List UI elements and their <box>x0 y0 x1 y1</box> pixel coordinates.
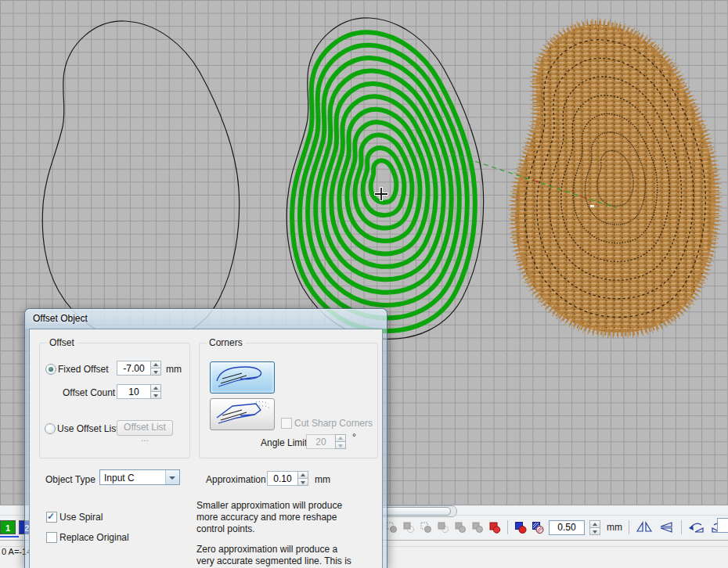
fixed-offset-radio[interactable] <box>45 364 56 375</box>
palette-swatch-1[interactable]: 1 <box>0 520 16 534</box>
remove-overlaps-icon[interactable] <box>488 521 501 534</box>
approximation-unit: mm <box>315 474 330 485</box>
toolbar-separator <box>681 520 682 534</box>
chevron-down-icon[interactable] <box>165 470 179 484</box>
offset-group: Offset <box>39 343 190 458</box>
shape-op-c-icon[interactable] <box>420 521 432 534</box>
angle-limit-label: Angle Limit <box>261 437 307 448</box>
rotate-left-icon[interactable] <box>688 521 705 534</box>
dialog-title[interactable]: Offset Object <box>25 309 387 329</box>
offset-count-label: Offset Count <box>63 387 115 398</box>
approximation-stepper[interactable] <box>297 471 308 486</box>
angle-limit-input[interactable] <box>306 434 336 449</box>
mirror-vertical-icon[interactable] <box>658 521 675 534</box>
shape-op-b-icon[interactable] <box>402 521 415 534</box>
toolbar-separator <box>629 520 629 534</box>
offset-count-input[interactable] <box>117 384 151 399</box>
mirror-horizontal-icon[interactable] <box>636 521 653 534</box>
design-canvas: mm 0 A=-14 1 2 Offset Object Offset <box>0 0 728 568</box>
stitch-spacing-stepper[interactable] <box>589 520 600 535</box>
shape-op-d-icon[interactable] <box>437 521 449 534</box>
round-corner-icon <box>211 362 272 391</box>
use-spiral-label: Use Spiral <box>59 512 103 523</box>
angle-input-partial[interactable] <box>717 518 728 533</box>
object-type-value: Input C <box>104 473 135 484</box>
fixed-offset-unit: mm <box>166 364 182 375</box>
approximation-input[interactable] <box>267 471 298 486</box>
dialog-body: Offset Fixed Offset mm Offset Count Use … <box>29 329 383 568</box>
object-type-label: Object Type <box>45 474 96 485</box>
stitch-spacing-input[interactable] <box>549 520 585 535</box>
color-object-icon[interactable] <box>514 521 527 534</box>
shape-op-f-icon[interactable] <box>471 521 484 534</box>
offset-object-dialog: Offset Object Offset Fixed Offset mm Off… <box>24 308 387 568</box>
offset-list-button[interactable]: Offset List ... <box>117 420 173 436</box>
offset-count-stepper[interactable] <box>150 384 161 399</box>
approximation-label: Approximation <box>206 474 266 485</box>
round-corner-style-button[interactable] <box>210 361 275 394</box>
sharp-corner-style-button[interactable] <box>210 398 275 430</box>
outline-shape[interactable] <box>42 21 239 342</box>
pattern-object-icon[interactable] <box>532 521 544 534</box>
cut-sharp-corners-checkbox[interactable] <box>281 418 292 429</box>
fixed-offset-label: Fixed Offset <box>58 364 108 375</box>
replace-original-checkbox[interactable] <box>46 532 57 543</box>
use-offset-list-label: Use Offset List <box>57 423 118 434</box>
corners-group-label: Corners <box>206 337 246 348</box>
object-type-dropdown[interactable]: Input C <box>99 469 180 485</box>
replace-original-label: Replace Original <box>59 532 129 543</box>
angle-limit-unit: ° <box>352 432 356 443</box>
cut-sharp-corners-label: Cut Sharp Corners <box>294 418 373 429</box>
palette-selection-underline <box>0 536 19 537</box>
use-spiral-checkbox[interactable] <box>46 512 57 523</box>
help-paragraph-2: Zero approximation will produce a very a… <box>196 544 353 568</box>
stitch-spacing-unit: mm <box>607 522 622 533</box>
toolbar-separator <box>507 520 508 534</box>
angle-limit-stepper[interactable] <box>335 434 346 449</box>
sharp-corner-icon <box>211 399 272 428</box>
spiral-offset-shape[interactable] <box>287 18 483 339</box>
offset-group-label: Offset <box>46 337 77 348</box>
fixed-offset-input[interactable] <box>117 361 151 376</box>
use-offset-list-radio[interactable] <box>45 423 56 434</box>
approximation-help-text: Smaller approximation will produce more … <box>196 500 353 568</box>
stitched-shape[interactable] <box>515 24 715 333</box>
help-paragraph-1: Smaller approximation will produce more … <box>196 500 353 535</box>
fixed-offset-stepper[interactable] <box>150 361 161 376</box>
shape-op-e-icon[interactable] <box>454 521 467 534</box>
